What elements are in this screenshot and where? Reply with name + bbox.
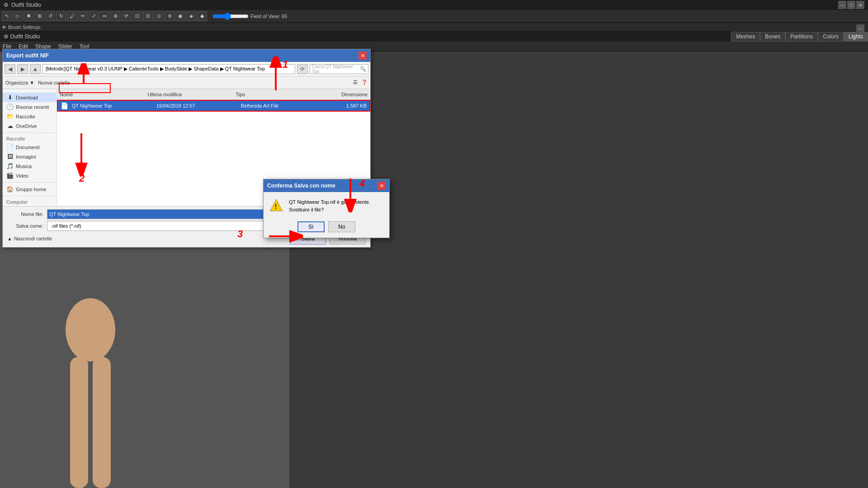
main-toolbar: ↖ ▷ ✱ ⊞ ↺ ↻ 🖊 ✏ ⤢ ⇔ ⊕ ⟳ ⊡ ⊟ ⊙ ⊚ ◉ ◈ ◆ Fi… <box>0 10 868 23</box>
nav-item-gruppo-home[interactable]: 🏠 Gruppo home <box>3 184 57 194</box>
col-header-date[interactable]: Ultima modifica <box>148 92 236 97</box>
inner-app-icon: ⚙ <box>4 33 9 40</box>
gruppo-home-icon: 🏠 <box>6 186 14 192</box>
confirm-dialog: Conferma Salva con nome ✕ ! QT Nightwear… <box>263 179 390 238</box>
tool-btn-5[interactable]: ↺ <box>45 11 55 21</box>
outer-app-title: Outfit Studio <box>11 2 41 8</box>
outer-maximize-btn[interactable]: □ <box>847 1 855 9</box>
outer-title-text: ⚙ Outfit Studio <box>4 2 41 8</box>
inner-app-title: Outfit Studio <box>10 33 40 40</box>
tool-btn-15[interactable]: ⊙ <box>154 11 164 21</box>
confirm-message-2: Sostituire il file? <box>289 206 370 214</box>
tool-btn-12[interactable]: ⟳ <box>121 11 131 21</box>
nav-item-documenti[interactable]: 📄 Documenti <box>3 142 57 152</box>
confirm-message-1: QT Nightwear Top.nif è già esistente. <box>289 198 370 206</box>
svg-rect-1 <box>70 357 88 488</box>
annotation-3: 3 <box>237 228 243 240</box>
col-header-name[interactable]: Nome <box>60 92 148 97</box>
video-icon: 🎬 <box>6 172 14 179</box>
musica-icon: 🎵 <box>6 163 14 169</box>
search-box[interactable]: Cerca QT Nightwear Top 🔍 <box>310 64 368 74</box>
nav-label-raccolte: Raccolte <box>16 114 35 119</box>
search-icon: 🔍 <box>360 66 366 72</box>
nav-item-recent[interactable]: 🕐 Risorse recenti <box>3 102 57 112</box>
download-icon: ⬇ <box>6 94 14 101</box>
tool-btn-2[interactable]: ▷ <box>13 11 23 21</box>
tool-btn-4[interactable]: ⊞ <box>34 11 44 21</box>
file-name: QT Nightwear Top <box>72 103 155 108</box>
nav-item-download[interactable]: ⬇ Download <box>3 93 57 102</box>
nav-label-documenti: Documenti <box>16 145 40 150</box>
tool-btn-1[interactable]: ↖ <box>2 11 12 21</box>
tool-btn-8[interactable]: ✏ <box>78 11 88 21</box>
brush-settings-bar: ▶ Brush Settings <box>0 23 868 32</box>
col-header-type[interactable]: Tipo <box>236 92 324 97</box>
filename-label: Nome file: <box>7 211 43 217</box>
nav-item-onedrive[interactable]: ☁ OneDrive <box>3 121 57 131</box>
search-placeholder: Cerca QT Nightwear Top <box>312 64 358 74</box>
documenti-icon: 📄 <box>6 144 14 150</box>
back-btn[interactable]: ◀ <box>5 64 15 74</box>
confirm-yes-btn[interactable]: Sì <box>297 221 325 232</box>
file-row-qt-nightwear[interactable]: 📄 QT Nightwear Top 16/04/2018 12:57 Beth… <box>57 100 370 112</box>
brush-arrow: ▶ <box>3 24 6 30</box>
outer-close-btn[interactable]: ✕ <box>856 1 864 9</box>
tool-btn-6[interactable]: ↻ <box>56 11 66 21</box>
onedrive-icon: ☁ <box>6 122 14 129</box>
tab-bones[interactable]: Bones <box>760 32 785 42</box>
file-type: Bethesda Art File <box>241 103 324 108</box>
recent-icon: 🕐 <box>6 103 14 110</box>
forward-btn[interactable]: ▶ <box>17 64 28 74</box>
tool-btn-11[interactable]: ⊕ <box>110 11 120 21</box>
refresh-btn[interactable]: ⟳ <box>297 64 308 74</box>
hide-folders-label: Nascondi cartelle <box>14 236 52 241</box>
organize-btn[interactable]: Organizza ▼ <box>5 80 34 85</box>
view-icon[interactable]: ☰ <box>353 80 358 85</box>
outer-minimize-btn[interactable]: ─ <box>838 1 846 9</box>
brush-settings-label: Brush Settings <box>8 24 41 30</box>
svg-point-0 <box>66 298 115 361</box>
tab-partitions[interactable]: Partitions <box>785 32 818 42</box>
tool-btn-13[interactable]: ⊡ <box>132 11 142 21</box>
tool-btn-14[interactable]: ⊟ <box>143 11 153 21</box>
nav-divider-3 <box>3 196 57 196</box>
warning-icon: ! <box>269 198 283 213</box>
raccolte-icon: 📁 <box>6 113 14 120</box>
nav-label-immagini: Immagini <box>16 154 36 160</box>
3d-viewport[interactable] <box>289 52 868 488</box>
confirm-no-btn[interactable]: No <box>328 221 355 232</box>
tool-btn-3[interactable]: ✱ <box>24 11 33 21</box>
inner-title-text: ⚙ Outfit Studio <box>4 33 40 40</box>
fov-slider[interactable] <box>212 13 249 20</box>
nav-sidebar: ⬇ Download 🕐 Risorse recenti 📁 Raccolte … <box>3 89 57 206</box>
tool-btn-9[interactable]: ⤢ <box>89 11 99 21</box>
nav-divider-1 <box>3 132 57 133</box>
tool-btn-19[interactable]: ◆ <box>197 11 207 21</box>
confirm-dialog-title: Conferma Salva con nome <box>267 183 335 189</box>
breadcrumb-path[interactable]: [Melodic]QT Nightwear v0.3 UUNP ▶ Calien… <box>42 64 295 74</box>
nav-group-raccolte: Raccolte <box>3 135 57 142</box>
tool-btn-16[interactable]: ⊚ <box>165 11 175 21</box>
new-folder-btn[interactable]: Nuova cartella <box>38 80 70 85</box>
nav-item-immagini[interactable]: 🖼 Immagini <box>3 152 57 161</box>
help-icon[interactable]: ❓ <box>361 80 368 85</box>
col-header-size[interactable]: Dimensione <box>324 92 368 97</box>
nav-label-musica: Musica <box>16 164 32 169</box>
tab-meshes[interactable]: Meshes <box>731 32 760 42</box>
confirm-close-btn[interactable]: ✕ <box>377 182 386 190</box>
tool-btn-18[interactable]: ◈ <box>186 11 196 21</box>
tab-lights[interactable]: Lights <box>844 32 868 42</box>
tab-colors[interactable]: Colors <box>818 32 844 42</box>
tool-btn-7[interactable]: 🖊 <box>67 11 77 21</box>
nav-item-musica[interactable]: 🎵 Musica <box>3 161 57 171</box>
nav-item-video[interactable]: 🎬 Video <box>3 171 57 180</box>
file-toolbar: Organizza ▼ Nuova cartella ☰ ❓ <box>3 76 370 89</box>
export-dialog-title-bar: Export outfit NIF ✕ <box>3 49 370 62</box>
up-btn[interactable]: ▲ <box>30 64 41 74</box>
file-date: 16/04/2018 12:57 <box>156 103 239 108</box>
hide-folders-toggle[interactable]: ▲ Nascondi cartelle <box>7 236 52 241</box>
nav-item-raccolte[interactable]: 📁 Raccolte <box>3 112 57 121</box>
export-dialog-close-btn[interactable]: ✕ <box>359 52 367 60</box>
tool-btn-17[interactable]: ◉ <box>175 11 185 21</box>
tool-btn-10[interactable]: ⇔ <box>99 11 109 21</box>
